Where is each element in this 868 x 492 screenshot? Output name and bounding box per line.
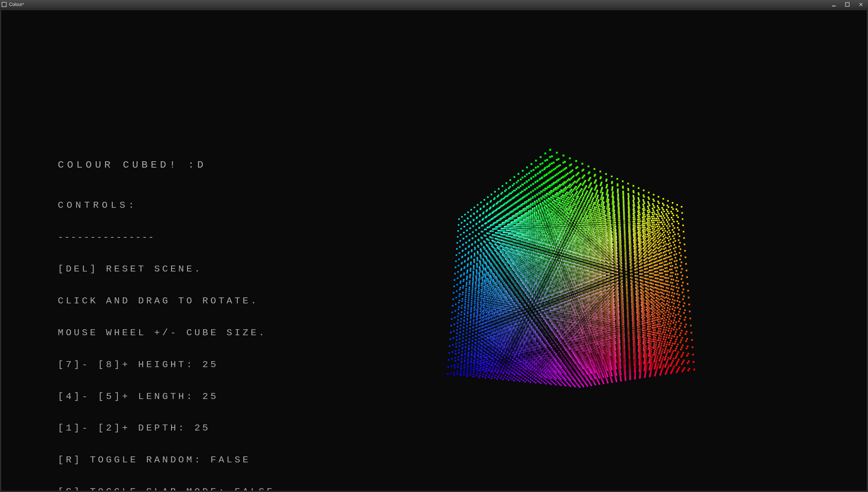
svg-rect-13118 [479,342,481,344]
svg-rect-6924 [668,240,670,242]
svg-rect-6207 [461,256,463,258]
svg-rect-13004 [588,294,590,296]
maximize-button[interactable] [842,1,853,8]
svg-rect-8394 [550,375,551,376]
svg-rect-12769 [601,190,602,192]
svg-rect-10123 [588,228,589,229]
svg-rect-11974 [601,195,603,197]
svg-rect-12500 [665,312,667,314]
svg-rect-13830 [599,331,601,333]
svg-rect-15146 [564,242,566,244]
svg-rect-15586 [563,351,566,354]
svg-rect-11034 [573,278,575,279]
svg-rect-9505 [677,290,679,292]
svg-rect-9975 [506,372,508,374]
svg-rect-7858 [609,368,611,369]
svg-rect-9373 [562,201,563,202]
svg-rect-8565 [649,226,650,228]
svg-rect-12597 [568,320,569,321]
svg-rect-9058 [649,239,651,241]
viewport[interactable]: COLOUR CUBED! :D CONTROLS: -------------… [1,10,867,491]
svg-rect-14537 [575,182,577,183]
svg-rect-14104 [565,195,567,197]
svg-rect-13509 [618,233,620,235]
svg-rect-12053 [589,290,590,291]
svg-rect-9307 [466,336,467,337]
svg-rect-14049 [522,246,524,248]
svg-rect-14036 [595,363,596,365]
svg-rect-11888 [473,330,475,332]
close-button[interactable] [855,1,866,8]
svg-rect-10763 [526,271,528,272]
svg-rect-14268 [607,244,609,246]
svg-rect-13309 [619,260,621,261]
svg-rect-12446 [520,192,521,194]
svg-rect-12684 [650,343,652,345]
svg-rect-14940 [547,245,549,247]
svg-rect-8429 [472,293,473,295]
svg-rect-10727 [658,302,659,303]
svg-rect-10966 [470,316,472,318]
svg-rect-14107 [511,254,512,256]
svg-rect-15013 [564,227,566,229]
svg-rect-14196 [573,253,575,255]
minimize-button[interactable] [828,1,839,8]
svg-rect-8389 [649,367,650,369]
svg-rect-15255 [540,267,542,269]
titlebar[interactable]: Colour³ [0,0,868,9]
svg-rect-7539 [659,260,661,261]
svg-rect-14059 [583,204,585,206]
svg-rect-8253 [454,360,456,362]
svg-rect-15045 [533,359,535,361]
svg-rect-14206 [502,338,504,339]
svg-rect-15239 [583,267,584,269]
svg-rect-7060 [648,362,650,363]
svg-rect-6897 [662,226,664,227]
svg-rect-14952 [598,342,600,344]
svg-rect-15498 [562,270,564,272]
svg-rect-5930 [487,286,489,287]
svg-rect-13071 [498,261,500,262]
svg-rect-14936 [524,254,526,256]
svg-rect-10199 [658,319,659,320]
svg-rect-10631 [653,318,655,319]
svg-rect-15628 [554,348,557,350]
svg-rect-12341 [580,217,582,219]
svg-rect-7091 [670,275,671,277]
svg-rect-12472 [618,224,620,226]
svg-rect-13745 [562,232,564,234]
svg-rect-10190 [517,258,518,259]
svg-rect-10226 [489,219,491,221]
svg-rect-12086 [596,218,598,220]
svg-rect-6624 [657,205,658,207]
svg-rect-10747 [591,194,593,196]
svg-rect-14415 [571,362,573,364]
svg-rect-9316 [534,276,536,278]
svg-rect-13041 [490,334,492,336]
svg-rect-5325 [460,280,461,282]
svg-rect-14356 [615,303,617,304]
svg-rect-13106 [528,179,530,181]
svg-rect-10893 [576,340,577,341]
svg-rect-14974 [573,315,575,317]
svg-rect-12301 [532,217,533,219]
svg-rect-7029 [610,376,611,378]
svg-rect-9369 [681,268,683,270]
svg-rect-13461 [620,267,622,268]
svg-rect-15536 [539,334,541,336]
svg-rect-12076 [487,313,489,315]
svg-rect-7365 [476,216,478,218]
svg-rect-13049 [475,358,476,360]
colour-cube[interactable] [377,119,774,479]
svg-rect-15574 [548,266,550,268]
svg-rect-10265 [515,227,517,228]
svg-rect-15052 [518,288,520,290]
svg-rect-10143 [643,189,644,191]
colour-cube-viewport[interactable] [377,119,774,479]
svg-rect-13288 [518,227,520,229]
svg-rect-14789 [577,238,579,240]
svg-rect-14528 [594,362,596,363]
svg-rect-15317 [577,302,579,304]
svg-rect-10459 [458,356,459,358]
svg-rect-13546 [503,299,505,301]
